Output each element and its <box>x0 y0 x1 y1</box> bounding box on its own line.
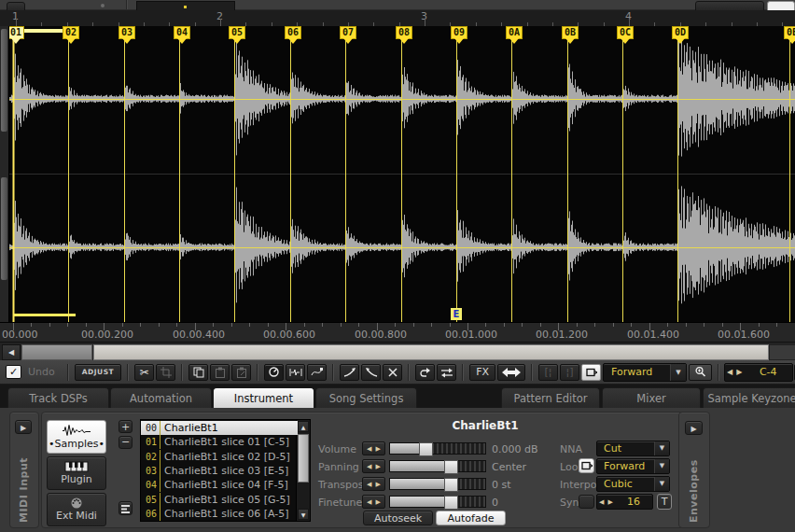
slice-marker-01[interactable]: 01 <box>9 26 24 39</box>
paste-button[interactable] <box>210 364 230 381</box>
nna-dropdown[interactable]: Cut▼ <box>596 441 670 456</box>
tab-track-dsps[interactable]: Track DSPs <box>7 387 109 408</box>
transpose-slider[interactable] <box>389 478 486 490</box>
slider-thumb[interactable] <box>419 442 433 456</box>
waveform-display[interactable]: 0102030405060708090A0B0C0D0E E <box>9 26 795 322</box>
undo-checkbox[interactable]: ✓ <box>6 365 21 379</box>
finetune-slider[interactable] <box>389 496 486 508</box>
sample-list-item[interactable]: 04CharlieBt1 slice 04 [F-5] <box>141 478 298 492</box>
tab-automation[interactable]: Automation <box>110 387 212 408</box>
loop-end-button[interactable]: ¦] <box>560 364 579 381</box>
base-note-stepper[interactable]: ◀ ▶ C-4 <box>724 363 793 382</box>
scrollbar-thumb[interactable] <box>93 344 769 360</box>
scrollbar-segment[interactable] <box>21 344 92 360</box>
loop-process-button[interactable] <box>415 364 435 381</box>
beat-ruler[interactable]: 1234 <box>0 10 795 27</box>
arrow-right-icon[interactable]: ▶ <box>606 498 614 506</box>
sample-list-item[interactable]: 03CharlieBt1 slice 03 [E-5] <box>141 464 298 478</box>
slice-marker-09[interactable]: 09 <box>451 26 467 39</box>
add-sample-button[interactable]: + <box>119 420 132 433</box>
sample-list-item[interactable]: 02CharlieBt1 slice 02 [D-5] <box>141 450 298 464</box>
cut-button[interactable]: ✂ <box>134 364 154 381</box>
arrow-left-icon[interactable]: ◀ <box>597 498 606 506</box>
interpolate-dropdown[interactable]: Cubic▼ <box>596 476 670 492</box>
slice-marker-02[interactable]: 02 <box>63 26 79 39</box>
finetune-stepper[interactable]: ◀▶ <box>362 495 385 509</box>
slider-thumb[interactable] <box>444 460 458 474</box>
scroll-up-button[interactable]: ▲ <box>298 421 309 432</box>
autoseek-button[interactable]: Autoseek <box>363 511 433 525</box>
slice-marker-08[interactable]: 08 <box>396 26 412 39</box>
volume-stepper[interactable]: ◀▶ <box>362 441 385 455</box>
slider-thumb[interactable] <box>444 478 458 492</box>
scroll-down-button[interactable]: ▼ <box>298 509 309 520</box>
tab-mixer[interactable]: Mixer <box>602 387 701 408</box>
slice-marker-04[interactable]: 04 <box>174 26 190 39</box>
arrow-right-icon[interactable]: ▶ <box>734 368 744 376</box>
tab-plugin[interactable]: Plugin <box>47 456 106 490</box>
loop-start-button[interactable]: [¦ <box>538 364 558 381</box>
loop-mode-dropdown[interactable]: Forward ▼ <box>603 363 687 382</box>
crop-button[interactable] <box>156 364 175 381</box>
loop-toggle-button[interactable] <box>579 458 594 473</box>
sample-list-item[interactable]: 06CharlieBt1 slice 06 [A-5] <box>141 507 298 521</box>
scroll-left-button[interactable]: ◀ <box>2 344 21 360</box>
waveform-vertical-scrollbar[interactable] <box>0 26 9 322</box>
midi-input-expand-button[interactable]: ▶ <box>15 420 32 434</box>
slider-thumb[interactable] <box>444 496 458 510</box>
tab-samples[interactable]: •Samples• <box>47 420 106 454</box>
sync-tempo-button[interactable]: T <box>657 494 672 510</box>
sync-checkbox[interactable] <box>579 495 594 509</box>
end-marker[interactable]: E <box>451 308 462 320</box>
time-ruler[interactable]: 00.00000.00.20000.00.40000.00.60000.00.8… <box>0 322 795 342</box>
slice-marker-05[interactable]: 05 <box>229 26 245 39</box>
apply-button[interactable] <box>497 364 525 381</box>
arrow-left-icon[interactable]: ◀ <box>725 368 734 376</box>
vscroll-thumb[interactable] <box>1 29 7 132</box>
remove-sample-button[interactable]: − <box>119 436 132 449</box>
transpose-stepper[interactable]: ◀▶ <box>362 477 385 491</box>
silence-button[interactable] <box>383 364 402 381</box>
tab-pattern-editor[interactable]: Pattern Editor <box>501 387 600 408</box>
sample-list-item[interactable]: 05CharlieBt1 slice 05 [G-5] <box>141 493 298 507</box>
slice-marker-06[interactable]: 06 <box>285 26 301 39</box>
slice-marker-07[interactable]: 07 <box>340 26 356 39</box>
tab-instrument-settings[interactable]: Instrument Settings <box>213 387 314 408</box>
slice-marker-0A[interactable]: 0A <box>506 26 523 39</box>
draw-curve-button[interactable] <box>307 364 327 381</box>
autofade-button[interactable]: Autofade <box>436 511 506 525</box>
loop-mode-button[interactable] <box>581 364 601 381</box>
swap-button[interactable] <box>437 364 456 381</box>
slice-marker-0B[interactable]: 0B <box>562 26 579 39</box>
arrow-left-icon: ◀ <box>367 498 371 506</box>
volume-slider[interactable] <box>389 442 486 455</box>
zoom-selection-button[interactable] <box>689 364 712 381</box>
slice-marker-0E[interactable]: 0E <box>784 26 795 39</box>
fade-in-button[interactable] <box>340 364 359 381</box>
sample-list-view-toggle[interactable] <box>119 501 132 515</box>
tab-sample-keyzone[interactable]: Sample Keyzone <box>703 387 795 408</box>
tab-ext-midi[interactable]: Ext Midi <box>47 493 106 526</box>
envelopes-expand-button[interactable]: ▶ <box>685 421 703 435</box>
scrollbar-track[interactable] <box>769 344 795 360</box>
sample-list[interactable]: ▲ ▼ 00CharlieBt101CharlieBt1 slice 01 [C… <box>140 419 311 522</box>
adjust-button[interactable]: ADJUST <box>75 364 121 381</box>
sample-list-item[interactable]: 01CharlieBt1 slice 01 [C-5] <box>141 435 298 449</box>
vscroll-thumb[interactable] <box>1 177 7 280</box>
sample-list-item[interactable]: 00CharlieBt1 <box>141 421 298 435</box>
slice-marker-03[interactable]: 03 <box>119 26 135 39</box>
panning-slider[interactable] <box>389 460 486 472</box>
panning-stepper[interactable]: ◀▶ <box>362 459 385 473</box>
fade-out-button[interactable] <box>361 364 381 381</box>
tab-song-settings[interactable]: Song Settings <box>315 387 417 408</box>
paste-special-button[interactable] <box>231 364 251 381</box>
fx-button[interactable]: FX <box>469 364 495 381</box>
copy-button[interactable] <box>188 364 208 381</box>
slice-marker-0D[interactable]: 0D <box>672 26 689 39</box>
slice-marker-0C[interactable]: 0C <box>617 26 634 39</box>
trim-button[interactable] <box>286 364 305 381</box>
loop-dropdown[interactable]: Forward▼ <box>596 458 670 474</box>
sync-stepper[interactable]: ◀ ▶ 16 <box>596 494 653 510</box>
list-scroll-thumb[interactable] <box>298 434 309 483</box>
gain-dial-button[interactable] <box>264 364 284 381</box>
